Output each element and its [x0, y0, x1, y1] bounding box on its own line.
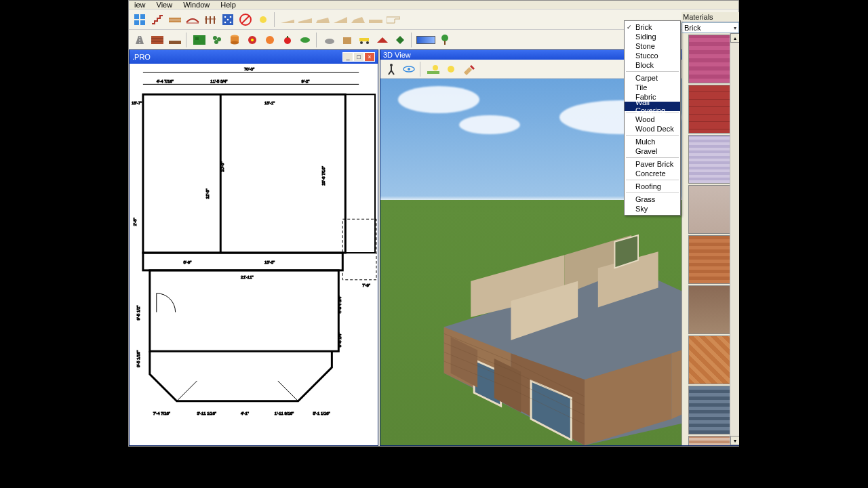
material-item-gravel[interactable]: Gravel [625, 146, 680, 156]
flower-red-icon[interactable] [244, 32, 260, 48]
flower-orange-icon[interactable] [262, 32, 278, 48]
grid-icon[interactable] [132, 12, 148, 28]
material-swatch-1[interactable] [688, 386, 733, 434]
material-swatch-8[interactable] [688, 35, 733, 83]
wedge3-icon[interactable] [315, 12, 331, 28]
roof-red-icon[interactable] [374, 32, 391, 48]
no-entry-icon[interactable] [237, 12, 254, 28]
svg-marker-21 [298, 18, 312, 23]
palette-scrollbar[interactable]: ▴ ▾ [730, 33, 739, 445]
wedge1-icon[interactable] [279, 12, 296, 28]
orbit-icon[interactable] [401, 61, 417, 77]
scroll-up-button[interactable]: ▴ [730, 33, 739, 43]
svg-point-42 [251, 39, 254, 41]
bridge-icon[interactable] [184, 12, 201, 28]
diamond-icon[interactable] [392, 32, 408, 48]
wedge4-icon[interactable] [332, 12, 349, 28]
paint-icon[interactable] [460, 61, 477, 77]
svg-rect-63 [345, 94, 375, 253]
material-item-tile[interactable]: Tile [625, 83, 680, 92]
material-item-concrete[interactable]: Concrete [625, 169, 680, 178]
corner-icon[interactable] [385, 12, 401, 28]
material-swatch-6[interactable] [688, 135, 733, 184]
svg-text:4'-4 7/16": 4'-4 7/16" [157, 79, 174, 83]
material-swatch-2[interactable] [688, 336, 733, 384]
materials-palette: ▴ ▾ [682, 33, 739, 445]
svg-text:12'-8": 12'-8" [205, 188, 210, 199]
wall-icon[interactable] [149, 32, 165, 48]
material-item-sky[interactable]: Sky [625, 204, 680, 214]
material-item-roofing[interactable]: Roofing [625, 182, 680, 191]
light-icon[interactable] [443, 61, 459, 77]
material-item-paver-brick[interactable]: Paver Brick [625, 159, 680, 169]
gradient-slider[interactable] [416, 36, 435, 44]
material-item-siding[interactable]: Siding [625, 32, 680, 41]
material-item-wall-covering[interactable]: Wall Covering [625, 102, 680, 111]
vehicle-icon[interactable] [357, 32, 373, 48]
cluster-icon[interactable] [209, 32, 225, 48]
leaf-icon[interactable] [297, 32, 313, 48]
edging-icon[interactable] [167, 32, 183, 48]
material-item-block[interactable]: Block [625, 60, 680, 70]
scroll-down-button[interactable]: ▾ [730, 436, 739, 445]
floorplan-canvas[interactable]: 70'-0" 4'-4 7/16" 11'-5 3/4" 9'-2" 18'-7… [130, 64, 378, 445]
walk-icon[interactable] [383, 61, 399, 77]
cylinder-icon[interactable] [226, 32, 243, 48]
stairs-icon[interactable] [149, 12, 165, 28]
svg-point-90 [390, 64, 393, 66]
material-item-stone[interactable]: Stone [625, 41, 680, 51]
apple-icon[interactable] [279, 32, 296, 48]
road-icon[interactable] [132, 32, 148, 48]
svg-text:70'-0": 70'-0" [244, 67, 254, 71]
sun-icon[interactable] [255, 12, 271, 28]
svg-text:5'-5 1/4": 5'-5 1/4" [338, 332, 342, 347]
svg-line-93 [391, 70, 394, 75]
flat-icon[interactable] [368, 12, 384, 28]
svg-text:9'-2": 9'-2" [302, 79, 310, 83]
svg-marker-53 [396, 36, 404, 44]
material-item-mulch[interactable]: Mulch [625, 137, 680, 146]
material-swatch-3[interactable] [688, 285, 733, 334]
deck-icon[interactable] [167, 12, 183, 28]
terrain-green-icon[interactable] [191, 32, 208, 48]
floorplan-titlebar[interactable]: .PRO _ □ × [130, 50, 378, 64]
svg-rect-5 [169, 20, 181, 22]
material-item-stucco[interactable]: Stucco [625, 51, 680, 60]
material-swatch-5[interactable] [688, 185, 733, 234]
close-button[interactable]: × [364, 52, 375, 62]
box-icon[interactable] [339, 32, 355, 48]
material-item-grass[interactable]: Grass [625, 195, 680, 204]
material-swatch-7[interactable] [688, 85, 733, 134]
svg-point-35 [213, 36, 217, 40]
fence-icon[interactable] [202, 12, 218, 28]
svg-marker-24 [351, 17, 365, 23]
menu-help[interactable]: Help [216, 1, 240, 9]
wedge2-icon[interactable] [297, 12, 313, 28]
material-item-brick[interactable]: Brick [625, 22, 680, 32]
materials-combo[interactable]: Brick [682, 22, 739, 33]
sun2-icon[interactable] [425, 61, 441, 77]
menu-separator [626, 192, 679, 193]
material-swatch-4[interactable] [688, 235, 733, 284]
material-item-wood-deck[interactable]: Wood Deck [625, 124, 680, 134]
maximize-button[interactable]: □ [353, 52, 364, 62]
material-item-carpet[interactable]: Carpet [625, 73, 680, 83]
material-swatch-0[interactable] [688, 436, 733, 445]
tree-icon[interactable] [437, 32, 453, 48]
material-item-wood[interactable]: Wood [625, 115, 680, 124]
menu-window[interactable]: Window [179, 1, 214, 9]
menu-iew[interactable]: iew [130, 1, 150, 9]
pattern-icon[interactable] [220, 12, 236, 28]
svg-text:9'-5 1/2": 9'-5 1/2" [136, 306, 140, 321]
svg-rect-33 [193, 35, 205, 45]
svg-point-51 [366, 41, 369, 44]
svg-text:3'-11 1/16": 3'-11 1/16" [197, 411, 216, 415]
menu-view[interactable]: View [153, 1, 177, 9]
rock-icon[interactable] [321, 32, 338, 48]
minimize-button[interactable]: _ [342, 52, 353, 62]
svg-text:2'-8": 2'-8" [133, 218, 137, 226]
svg-text:4'-1": 4'-1" [241, 411, 249, 415]
wedge5-icon[interactable] [350, 12, 366, 28]
svg-text:1'-11 9/16": 1'-11 9/16" [275, 411, 294, 415]
svg-rect-55 [444, 41, 446, 45]
